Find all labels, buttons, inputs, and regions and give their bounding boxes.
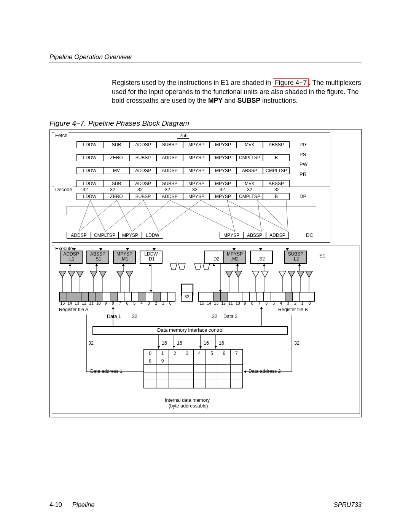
dmem-row: 89 — [144, 357, 242, 365]
fetch-section: Fetch 256 LDDWSUBADDSPSUBSPMPYSPMPYSPMVK… — [52, 133, 330, 185]
fetch-cell: ABSSP — [236, 167, 263, 174]
register — [242, 292, 250, 301]
bold-subsp: SUBSP — [237, 97, 260, 104]
svg-marker-44 — [297, 271, 304, 277]
register — [96, 292, 103, 301]
fetch-cell: MPYSP — [183, 154, 210, 161]
fetch-cell: CMPLTSP — [236, 154, 263, 161]
bus32-r: 32 — [294, 340, 299, 346]
register — [221, 292, 228, 301]
fetch-cell: MPYSP — [183, 141, 210, 148]
figure-link[interactable]: Figure 4−7 — [273, 78, 309, 87]
fetch-cell: MVK — [236, 141, 263, 148]
register — [307, 292, 314, 301]
reg-num: 11 — [88, 301, 95, 305]
fetch-cell: LDDW — [76, 180, 103, 187]
svg-marker-28 — [252, 271, 259, 277]
register — [103, 292, 110, 301]
register — [264, 292, 271, 301]
stage-label: PR — [299, 171, 306, 177]
register-file-b — [198, 292, 315, 302]
fetch-cell: ADDSP — [130, 180, 156, 187]
reg-num: 11 — [227, 301, 234, 305]
stage-label: PW — [299, 161, 307, 167]
bus-256: 256 — [180, 133, 188, 138]
fetch-cell: LDDW — [76, 167, 103, 174]
fetch-cell: LDDW — [76, 141, 103, 148]
arrow-icon — [260, 307, 263, 309]
arrow-icon — [148, 264, 151, 266]
reg-num: 3 — [285, 301, 292, 305]
dc-cell: MPYSP — [220, 232, 243, 239]
dmem-cell: 3 — [181, 350, 193, 357]
register — [235, 292, 242, 301]
dc-cell: LDDW — [142, 232, 163, 239]
reg-num: 1 — [299, 301, 306, 305]
body-paragraph: Registers used by the instructions in E1… — [112, 78, 362, 105]
dc-cell: MPYSP — [118, 232, 142, 239]
reg-a-label: Register file A — [59, 307, 88, 312]
register — [228, 292, 235, 301]
fetch-label: Fetch — [54, 133, 68, 138]
arrow-icon — [212, 264, 215, 266]
dmic-box: Data memory interface control — [92, 326, 288, 335]
fetch-cell: CMPLTSP — [263, 167, 290, 174]
svg-marker-34 — [59, 271, 66, 277]
dmem-cell: 9 — [156, 357, 169, 365]
dmem-cell — [194, 357, 206, 365]
reg-num: 13 — [213, 301, 220, 305]
arrow-icon — [172, 346, 175, 348]
dmem-cell: 6 — [218, 350, 230, 357]
dmem-cell — [231, 357, 242, 365]
fetch-cell: MPYSP — [210, 154, 236, 161]
fetch-rows: LDDWSUBADDSPSUBSPMPYSPMPYSPMVKABSSPLDDWZ… — [76, 141, 297, 148]
bus32-l: 32 — [88, 340, 94, 346]
arrow-icon — [95, 264, 98, 266]
svg-line-14 — [286, 200, 288, 232]
fetch-cell: SUBSP — [156, 141, 183, 148]
fetch-cell: SUB — [103, 141, 130, 148]
reg-num: 14 — [66, 301, 73, 305]
dc-cell: ADDSP — [266, 232, 289, 239]
text: Registers used by the instructions in E1… — [112, 79, 273, 86]
fetch-cell: ADDSP — [156, 154, 183, 161]
svg-line-11 — [227, 200, 288, 232]
bold-mpy: MPY — [208, 97, 223, 104]
arrow-icon — [122, 264, 125, 266]
reg-num: 4 — [277, 301, 285, 305]
svg-marker-29 — [261, 271, 268, 277]
fetch-cell: ADDSP — [130, 141, 156, 148]
dc-cell: ABSSP — [243, 232, 266, 239]
dmem-cell: 8 — [144, 357, 156, 365]
fetch-cell: ADDSP — [156, 167, 183, 174]
register — [132, 292, 139, 301]
reg-num: 0 — [167, 301, 174, 305]
dmem-cell — [206, 357, 218, 365]
dmem-row — [144, 372, 242, 380]
register — [74, 292, 81, 301]
text: instructions. — [260, 97, 298, 104]
regnums-b: 1514131211109876543210 — [198, 301, 313, 305]
stage-label: PS — [299, 152, 306, 157]
register — [278, 292, 285, 301]
reg-num: 15 — [198, 301, 206, 305]
reg-num: 6 — [124, 301, 131, 305]
fetch-cell: SUB — [103, 180, 130, 187]
register — [257, 292, 264, 301]
regnums-a: 1514131211109876543210 — [59, 301, 174, 305]
arrow-icon — [263, 264, 266, 266]
fetch-cell: MVK — [236, 180, 263, 187]
svg-marker-43 — [288, 271, 295, 277]
fetch-cell: ABSSP — [263, 180, 290, 187]
arrow-icon — [112, 307, 115, 309]
fetch-cell: ABSSP — [263, 141, 290, 148]
reg-num: 0 — [306, 301, 313, 305]
fetch-cell: MPYSP — [210, 180, 236, 187]
fetch-cell: MPYSP — [183, 167, 210, 174]
arrow-icon — [68, 264, 72, 266]
register — [285, 292, 293, 301]
svg-marker-37 — [90, 271, 97, 277]
register — [153, 292, 161, 301]
dmem-cell: 0 — [144, 350, 156, 357]
bus16: 16 — [177, 340, 182, 346]
